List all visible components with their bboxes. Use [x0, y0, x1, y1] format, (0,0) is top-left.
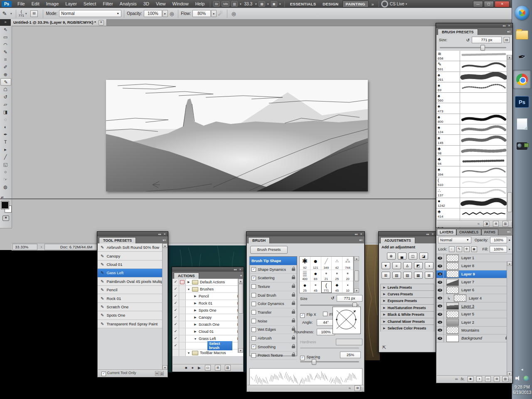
layers-scrollbar[interactable]: ▲▼: [507, 261, 512, 376]
tool-preset-row[interactable]: ✎ Cloud 01: [98, 260, 167, 269]
menu-item[interactable]: Edit: [28, 0, 43, 8]
close-button[interactable]: ✕: [495, 1, 510, 7]
menu-item[interactable]: Analysis: [116, 0, 140, 8]
layer-row[interactable]: ↳ Layer 4: [436, 294, 512, 302]
brush-presets-scrollbar[interactable]: ▲▼: [507, 55, 512, 227]
close-icon[interactable]: ✕: [508, 24, 510, 27]
restore-button[interactable]: ▢: [484, 1, 494, 7]
eyedropper-tool[interactable]: ✐: [0, 63, 11, 71]
opacity-slider-toggle[interactable]: ▸: [163, 10, 168, 17]
brush-tip-cell[interactable]: ● 10: [342, 281, 353, 293]
section-checkbox[interactable]: ✓: [251, 267, 256, 272]
foreground-color-swatch[interactable]: [1, 201, 9, 209]
brush-preset-row[interactable]: ≋658: [436, 51, 512, 61]
flip-x-checkbox[interactable]: ✓: [300, 313, 305, 318]
menu-item[interactable]: Select: [80, 0, 100, 8]
flow-input[interactable]: 80%: [192, 10, 211, 17]
bridge-icon[interactable]: Br: [213, 1, 220, 7]
lock-position-icon[interactable]: ✛: [464, 246, 470, 252]
expand-arrow-icon[interactable]: ▶: [383, 313, 385, 316]
visibility-toggle[interactable]: [436, 270, 444, 278]
link-layers-icon[interactable]: ∞: [455, 377, 458, 381]
visibility-toggle[interactable]: [436, 262, 444, 270]
flip-y-checkbox[interactable]: [323, 312, 328, 316]
section-checkbox[interactable]: [251, 327, 256, 332]
trash-icon[interactable]: ▥: [502, 376, 508, 382]
channel-mixer-icon[interactable]: ⊞: [382, 272, 390, 279]
flip-x-option[interactable]: ✓ Flip X: [300, 310, 316, 318]
brush-tip-cell[interactable]: ◆ 45: [332, 281, 342, 293]
tool-preset-row[interactable]: ✎ Pencil: [98, 286, 167, 294]
new-layer-icon[interactable]: ⊞: [494, 376, 500, 382]
section-checkbox[interactable]: [251, 293, 256, 297]
action-row[interactable]: ✓ ▶ Default Actions: [172, 279, 243, 286]
new-brush-icon[interactable]: ⊞: [493, 221, 499, 227]
adjustment-preset-row[interactable]: ▶ Channel Mixer Presets: [380, 318, 434, 325]
workspace-tab[interactable]: PAINTING: [342, 0, 369, 7]
brush-preset-row[interactable]: ●1242: [436, 198, 512, 208]
action-row[interactable]: ▼ ToolBar Macros: [172, 349, 243, 357]
lock-icon[interactable]: [292, 294, 295, 297]
new-action-icon[interactable]: ⊞: [215, 365, 221, 371]
action-dialog-toggle[interactable]: [179, 293, 186, 300]
menu-item[interactable]: Image: [43, 0, 62, 8]
reset-icon[interactable]: ↺: [331, 296, 334, 300]
black-white-icon[interactable]: ◩: [414, 262, 423, 269]
adjustment-preset-row[interactable]: ▶ Selective Color Presets: [380, 325, 434, 331]
menu-item[interactable]: Layer: [62, 0, 80, 8]
action-row[interactable]: ✓ ▼ Brushes: [172, 286, 243, 293]
tray-expand-icon[interactable]: ◄: [512, 368, 532, 372]
color-balance-icon[interactable]: ∆: [403, 262, 412, 269]
brush-preset-row[interactable]: ♠394: [436, 166, 512, 177]
visibility-toggle[interactable]: [436, 278, 444, 286]
layer-row[interactable]: ↳ Layer 7: [436, 278, 512, 286]
eraser-tool[interactable]: ▱: [0, 101, 11, 108]
crop-tool[interactable]: ⌗: [0, 56, 11, 63]
brush-section-row[interactable]: Noise: [250, 317, 297, 326]
levels-icon[interactable]: ▄: [398, 253, 406, 260]
menu-item[interactable]: 3D: [140, 0, 153, 8]
layers-tab[interactable]: PATHS: [481, 229, 498, 235]
close-icon[interactable]: ✕: [360, 233, 362, 236]
action-toggle-checkbox[interactable]: ✓: [172, 321, 179, 328]
action-row[interactable]: ✓ ▶ Canopy F5: [172, 314, 243, 321]
fill-arrow[interactable]: ▸: [509, 248, 510, 251]
arrange-documents-icon[interactable]: ▦: [259, 1, 265, 7]
brush-preset-row[interactable]: ♣94: [436, 156, 512, 166]
toggle-preview-icon[interactable]: ≈: [478, 222, 480, 226]
toggle-preview-icon[interactable]: ≈: [349, 386, 351, 390]
toggle-stroke-preview-icon[interactable]: ▤: [504, 37, 510, 43]
brush-tip-cell[interactable]: ● 25: [332, 270, 342, 282]
section-checkbox[interactable]: [251, 319, 256, 323]
brush-tip-cell[interactable]: ( 771: [321, 281, 332, 293]
brush-preset-row[interactable]: ♠261: [436, 72, 512, 82]
color-lookup-icon[interactable]: ▨: [392, 272, 401, 279]
brush-tip-cell[interactable]: ⁂ 42: [332, 257, 342, 270]
close-icon[interactable]: ✕: [431, 233, 434, 236]
layer-row[interactable]: ↳ Layer 8: [436, 262, 512, 270]
size-slider[interactable]: [300, 305, 359, 306]
action-toggle-checkbox[interactable]: ✓: [172, 314, 179, 321]
spacing-checkbox[interactable]: ✓: [300, 356, 305, 360]
expand-arrow-icon[interactable]: ▶: [383, 320, 385, 323]
section-checkbox[interactable]: [251, 353, 256, 358]
layer-row[interactable]: ↳ Mountains: [436, 327, 512, 335]
tool-preset-row[interactable]: ✎ Rock 01: [98, 294, 167, 302]
toggle-brush-panel-icon[interactable]: ▤: [30, 10, 38, 17]
orbit-3d-tool[interactable]: ○: [0, 168, 11, 176]
spacing-option[interactable]: ✓ Spacing: [300, 352, 320, 360]
action-dialog-toggle[interactable]: [179, 307, 186, 314]
action-dialog-toggle[interactable]: [179, 349, 186, 356]
record-icon[interactable]: ●: [192, 366, 194, 370]
action-dialog-toggle[interactable]: [179, 335, 186, 342]
action-dialog-toggle[interactable]: [179, 314, 186, 321]
view-extras-icon[interactable]: ▥: [231, 1, 238, 7]
blend-mode-select[interactable]: Normal▼: [438, 237, 471, 243]
action-row[interactable]: ✓ ▶ Pencil F2: [172, 293, 243, 300]
minimize-button[interactable]: —: [473, 1, 483, 7]
play-icon[interactable]: ▶: [198, 366, 201, 370]
action-row[interactable]: ✓ ▶ Cloud 01 F7: [172, 328, 243, 335]
adjustment-preset-row[interactable]: ▶ Black & White Presets: [380, 311, 434, 318]
visibility-toggle[interactable]: [436, 294, 444, 302]
line-tool[interactable]: ╱: [0, 153, 11, 161]
